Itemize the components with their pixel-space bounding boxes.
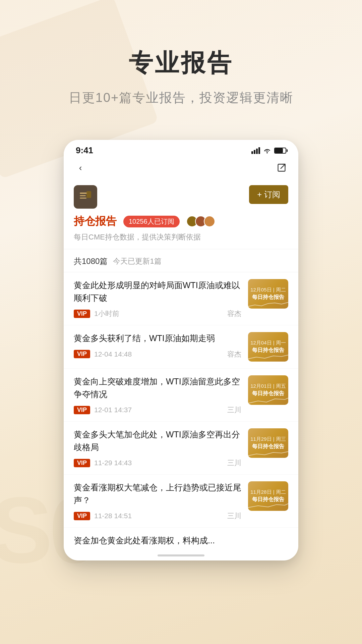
thumb-date: 12月04日 | 周一 bbox=[250, 340, 286, 346]
page-subtitle: 日更10+篇专业报告，投资逻辑更清晰 bbox=[20, 89, 342, 106]
article-meta: VIP 11-29 14:43 三川 bbox=[74, 458, 241, 468]
status-time: 9:41 bbox=[76, 145, 93, 156]
channel-top-row: + 订阅 bbox=[74, 185, 288, 209]
article-title: 黄金看涨期权大笔减仓，上行趋势或已接近尾声？ bbox=[74, 481, 241, 506]
thumb-chart bbox=[248, 450, 288, 457]
article-author: 三川 bbox=[227, 405, 241, 415]
article-author: 三川 bbox=[227, 458, 241, 468]
article-title: 黄金此处形成明显的对峙局面WTI原油或难以顺利下破 bbox=[74, 279, 241, 304]
update-badge: 今天已更新1篇 bbox=[113, 256, 161, 266]
vip-badge: VIP bbox=[74, 406, 90, 414]
phone-frame: 9:41 ‹ bbox=[64, 140, 298, 560]
channel-title-row: 持仓报告 10256人已订阅 bbox=[74, 214, 288, 229]
subscriber-badge: 10256人已订阅 bbox=[123, 216, 180, 227]
svg-rect-5 bbox=[86, 191, 91, 198]
wifi-icon bbox=[263, 148, 271, 154]
article-thumbnail: 12月05日 | 周二 每日持仓报告 bbox=[248, 279, 288, 309]
thumb-chart bbox=[248, 397, 288, 404]
article-thumbnail: 11月28日 | 周二 每日持仓报告 bbox=[248, 481, 288, 511]
share-button[interactable] bbox=[275, 161, 288, 174]
article-list: 共1080篇 今天已更新1篇 黄金此处形成明显的对峙局面WTI原油或难以顺利下破… bbox=[64, 249, 298, 550]
article-title-truncated: 资金加仓黄金此处看涨期权，料构成... bbox=[74, 534, 288, 547]
status-bar: 9:41 bbox=[64, 140, 298, 158]
svg-rect-3 bbox=[80, 195, 86, 196]
page-title: 专业报告 bbox=[20, 47, 342, 79]
article-meta: VIP 1小时前 容杰 bbox=[74, 309, 241, 318]
article-author: 容杰 bbox=[227, 309, 241, 318]
article-author: 容杰 bbox=[227, 350, 241, 359]
svg-rect-2 bbox=[80, 193, 87, 194]
article-item[interactable]: 黄金多头大笔加仓此处，WTI原油多空再出分歧格局 VIP 11-29 14:43… bbox=[64, 422, 298, 475]
thumb-date: 12月01日 | 周五 bbox=[250, 383, 286, 389]
article-thumbnail: 11月29日 | 周三 每日持仓报告 bbox=[248, 428, 288, 458]
battery-icon bbox=[274, 148, 286, 154]
thumb-title: 每日持仓报告 bbox=[252, 390, 284, 397]
article-title: 黄金多头大笔加仓此处，WTI原油多空再出分歧格局 bbox=[74, 428, 241, 453]
article-time: 12-04 14:48 bbox=[94, 350, 132, 358]
back-button[interactable]: ‹ bbox=[74, 161, 87, 174]
article-item[interactable]: 黄金看涨期权大笔减仓，上行趋势或已接近尾声？ VIP 11-28 14:51 三… bbox=[64, 475, 298, 528]
thumb-date: 12月05日 | 周二 bbox=[250, 287, 286, 293]
subscribe-button[interactable]: + 订阅 bbox=[249, 185, 288, 204]
thumb-title: 每日持仓报告 bbox=[252, 443, 284, 450]
channel-header: + 订阅 持仓报告 10256人已订阅 每日CME持仓数据，提供决策判断依据 bbox=[64, 180, 298, 249]
page-header: 专业报告 日更10+篇专业报告，投资逻辑更清晰 bbox=[0, 0, 362, 126]
vip-badge: VIP bbox=[74, 350, 90, 358]
svg-rect-4 bbox=[80, 198, 86, 199]
thumb-date: 11月28日 | 周二 bbox=[250, 489, 286, 495]
article-item-truncated[interactable]: 资金加仓黄金此处看涨期权，料构成... bbox=[64, 528, 298, 550]
bottom-bar bbox=[64, 550, 298, 560]
article-time: 11-28 14:51 bbox=[94, 512, 132, 520]
channel-description: 每日CME持仓数据，提供决策判断依据 bbox=[74, 232, 288, 242]
article-content: 黄金看涨期权大笔减仓，上行趋势或已接近尾声？ VIP 11-28 14:51 三… bbox=[74, 481, 241, 521]
article-content: 黄金多头获利了结，WTI原油如期走弱 VIP 12-04 14:48 容杰 bbox=[74, 332, 241, 359]
thumb-chart bbox=[248, 354, 288, 361]
thumb-title: 每日持仓报告 bbox=[252, 294, 284, 301]
svg-rect-1 bbox=[77, 189, 94, 205]
article-item[interactable]: 黄金向上突破难度增加，WTI原油留意此多空争夺情况 VIP 12-01 14:3… bbox=[64, 369, 298, 422]
channel-name: 持仓报告 bbox=[74, 214, 117, 229]
article-meta: VIP 12-01 14:37 三川 bbox=[74, 405, 241, 415]
vip-badge: VIP bbox=[74, 310, 90, 318]
article-title: 黄金多头获利了结，WTI原油如期走弱 bbox=[74, 332, 241, 345]
share-icon bbox=[277, 163, 286, 172]
channel-logo bbox=[74, 185, 97, 209]
vip-badge: VIP bbox=[74, 512, 90, 520]
avatar-group bbox=[186, 216, 215, 227]
thumb-title: 每日持仓报告 bbox=[252, 347, 284, 354]
article-title: 黄金向上突破难度增加，WTI原油留意此多空争夺情况 bbox=[74, 375, 241, 400]
phone-mockup-wrapper: 9:41 ‹ bbox=[0, 126, 362, 587]
article-content: 黄金向上突破难度增加，WTI原油留意此多空争夺情况 VIP 12-01 14:3… bbox=[74, 375, 241, 415]
article-item[interactable]: 黄金多头获利了结，WTI原油如期走弱 VIP 12-04 14:48 容杰 12… bbox=[64, 325, 298, 369]
nav-bar: ‹ bbox=[64, 158, 298, 180]
article-content: 黄金此处形成明显的对峙局面WTI原油或难以顺利下破 VIP 1小时前 容杰 bbox=[74, 279, 241, 318]
thumb-title: 每日持仓报告 bbox=[252, 496, 284, 503]
thumb-chart bbox=[248, 503, 288, 510]
article-thumbnail: 12月04日 | 周一 每日持仓报告 bbox=[248, 332, 288, 362]
article-thumbnail: 12月01日 | 周五 每日持仓报告 bbox=[248, 375, 288, 405]
article-author: 三川 bbox=[227, 511, 241, 521]
thumb-chart bbox=[248, 301, 288, 308]
article-content: 黄金多头大笔加仓此处，WTI原油多空再出分歧格局 VIP 11-29 14:43… bbox=[74, 428, 241, 468]
home-indicator bbox=[158, 554, 204, 556]
avatar-3 bbox=[204, 216, 215, 227]
article-item[interactable]: 黄金此处形成明显的对峙局面WTI原油或难以顺利下破 VIP 1小时前 容杰 12… bbox=[64, 272, 298, 325]
status-icons bbox=[251, 147, 286, 154]
total-count: 共1080篇 bbox=[74, 256, 108, 267]
article-time: 11-29 14:43 bbox=[94, 459, 132, 467]
signal-icon bbox=[251, 147, 260, 154]
thumb-date: 11月29日 | 周三 bbox=[250, 436, 286, 442]
article-meta: VIP 11-28 14:51 三川 bbox=[74, 511, 241, 521]
article-time: 1小时前 bbox=[94, 309, 119, 318]
article-time: 12-01 14:37 bbox=[94, 406, 132, 414]
list-header: 共1080篇 今天已更新1篇 bbox=[64, 249, 298, 272]
article-meta: VIP 12-04 14:48 容杰 bbox=[74, 350, 241, 359]
vip-badge: VIP bbox=[74, 459, 90, 467]
